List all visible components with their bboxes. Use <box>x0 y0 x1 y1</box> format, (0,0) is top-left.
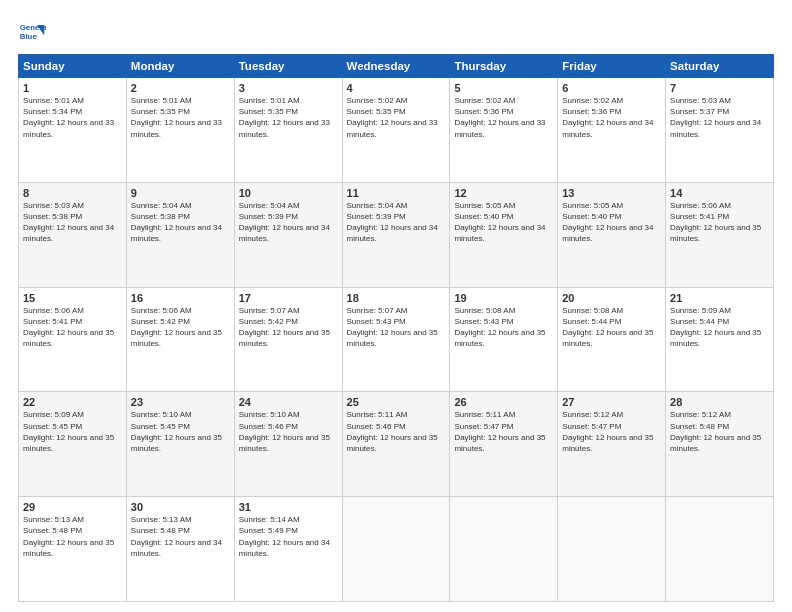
day-info: Sunrise: 5:01 AMSunset: 5:35 PMDaylight:… <box>239 95 338 140</box>
day-number: 17 <box>239 292 338 304</box>
day-info: Sunrise: 5:14 AMSunset: 5:49 PMDaylight:… <box>239 514 338 559</box>
calendar-cell: 30Sunrise: 5:13 AMSunset: 5:48 PMDayligh… <box>126 497 234 602</box>
calendar-cell: 16Sunrise: 5:06 AMSunset: 5:42 PMDayligh… <box>126 287 234 392</box>
day-info: Sunrise: 5:06 AMSunset: 5:41 PMDaylight:… <box>670 200 769 245</box>
calendar-cell: 15Sunrise: 5:06 AMSunset: 5:41 PMDayligh… <box>19 287 127 392</box>
calendar-cell: 14Sunrise: 5:06 AMSunset: 5:41 PMDayligh… <box>666 182 774 287</box>
calendar-week-row: 15Sunrise: 5:06 AMSunset: 5:41 PMDayligh… <box>19 287 774 392</box>
calendar-cell <box>450 497 558 602</box>
day-number: 23 <box>131 396 230 408</box>
calendar-header-saturday: Saturday <box>666 55 774 78</box>
calendar-header-row: SundayMondayTuesdayWednesdayThursdayFrid… <box>19 55 774 78</box>
day-number: 19 <box>454 292 553 304</box>
day-number: 7 <box>670 82 769 94</box>
calendar-cell: 8Sunrise: 5:03 AMSunset: 5:38 PMDaylight… <box>19 182 127 287</box>
day-info: Sunrise: 5:01 AMSunset: 5:35 PMDaylight:… <box>131 95 230 140</box>
calendar-header-friday: Friday <box>558 55 666 78</box>
calendar-week-row: 8Sunrise: 5:03 AMSunset: 5:38 PMDaylight… <box>19 182 774 287</box>
calendar-week-row: 1Sunrise: 5:01 AMSunset: 5:34 PMDaylight… <box>19 78 774 183</box>
calendar-cell: 3Sunrise: 5:01 AMSunset: 5:35 PMDaylight… <box>234 78 342 183</box>
day-number: 1 <box>23 82 122 94</box>
day-info: Sunrise: 5:06 AMSunset: 5:41 PMDaylight:… <box>23 305 122 350</box>
svg-text:Blue: Blue <box>20 32 38 41</box>
calendar-cell: 12Sunrise: 5:05 AMSunset: 5:40 PMDayligh… <box>450 182 558 287</box>
calendar-cell: 2Sunrise: 5:01 AMSunset: 5:35 PMDaylight… <box>126 78 234 183</box>
calendar-cell: 31Sunrise: 5:14 AMSunset: 5:49 PMDayligh… <box>234 497 342 602</box>
calendar-cell: 11Sunrise: 5:04 AMSunset: 5:39 PMDayligh… <box>342 182 450 287</box>
day-number: 27 <box>562 396 661 408</box>
calendar-cell: 17Sunrise: 5:07 AMSunset: 5:42 PMDayligh… <box>234 287 342 392</box>
calendar-header-thursday: Thursday <box>450 55 558 78</box>
calendar-cell: 26Sunrise: 5:11 AMSunset: 5:47 PMDayligh… <box>450 392 558 497</box>
calendar-header-sunday: Sunday <box>19 55 127 78</box>
calendar-cell: 6Sunrise: 5:02 AMSunset: 5:36 PMDaylight… <box>558 78 666 183</box>
day-number: 31 <box>239 501 338 513</box>
calendar-week-row: 29Sunrise: 5:13 AMSunset: 5:48 PMDayligh… <box>19 497 774 602</box>
calendar-cell: 21Sunrise: 5:09 AMSunset: 5:44 PMDayligh… <box>666 287 774 392</box>
day-number: 13 <box>562 187 661 199</box>
day-number: 22 <box>23 396 122 408</box>
day-number: 12 <box>454 187 553 199</box>
day-info: Sunrise: 5:04 AMSunset: 5:38 PMDaylight:… <box>131 200 230 245</box>
calendar-cell: 9Sunrise: 5:04 AMSunset: 5:38 PMDaylight… <box>126 182 234 287</box>
day-number: 11 <box>347 187 446 199</box>
day-info: Sunrise: 5:05 AMSunset: 5:40 PMDaylight:… <box>562 200 661 245</box>
calendar-cell: 19Sunrise: 5:08 AMSunset: 5:43 PMDayligh… <box>450 287 558 392</box>
logo-icon: General Blue <box>18 18 46 46</box>
day-info: Sunrise: 5:03 AMSunset: 5:38 PMDaylight:… <box>23 200 122 245</box>
day-info: Sunrise: 5:01 AMSunset: 5:34 PMDaylight:… <box>23 95 122 140</box>
calendar-header-tuesday: Tuesday <box>234 55 342 78</box>
calendar-cell: 29Sunrise: 5:13 AMSunset: 5:48 PMDayligh… <box>19 497 127 602</box>
calendar-week-row: 22Sunrise: 5:09 AMSunset: 5:45 PMDayligh… <box>19 392 774 497</box>
calendar-cell: 13Sunrise: 5:05 AMSunset: 5:40 PMDayligh… <box>558 182 666 287</box>
day-number: 8 <box>23 187 122 199</box>
day-info: Sunrise: 5:10 AMSunset: 5:45 PMDaylight:… <box>131 409 230 454</box>
day-number: 3 <box>239 82 338 94</box>
day-number: 16 <box>131 292 230 304</box>
header: General Blue <box>18 18 774 46</box>
day-info: Sunrise: 5:03 AMSunset: 5:37 PMDaylight:… <box>670 95 769 140</box>
calendar-table: SundayMondayTuesdayWednesdayThursdayFrid… <box>18 54 774 602</box>
day-number: 6 <box>562 82 661 94</box>
calendar-cell: 4Sunrise: 5:02 AMSunset: 5:35 PMDaylight… <box>342 78 450 183</box>
day-info: Sunrise: 5:02 AMSunset: 5:36 PMDaylight:… <box>562 95 661 140</box>
day-info: Sunrise: 5:02 AMSunset: 5:36 PMDaylight:… <box>454 95 553 140</box>
calendar-cell <box>558 497 666 602</box>
calendar-cell: 1Sunrise: 5:01 AMSunset: 5:34 PMDaylight… <box>19 78 127 183</box>
day-info: Sunrise: 5:11 AMSunset: 5:46 PMDaylight:… <box>347 409 446 454</box>
day-number: 26 <box>454 396 553 408</box>
day-info: Sunrise: 5:10 AMSunset: 5:46 PMDaylight:… <box>239 409 338 454</box>
day-info: Sunrise: 5:07 AMSunset: 5:42 PMDaylight:… <box>239 305 338 350</box>
calendar-cell: 5Sunrise: 5:02 AMSunset: 5:36 PMDaylight… <box>450 78 558 183</box>
day-info: Sunrise: 5:13 AMSunset: 5:48 PMDaylight:… <box>23 514 122 559</box>
day-info: Sunrise: 5:09 AMSunset: 5:45 PMDaylight:… <box>23 409 122 454</box>
day-number: 25 <box>347 396 446 408</box>
calendar-cell <box>666 497 774 602</box>
day-info: Sunrise: 5:09 AMSunset: 5:44 PMDaylight:… <box>670 305 769 350</box>
day-number: 14 <box>670 187 769 199</box>
page: General Blue SundayMondayTuesdayWednesda… <box>0 0 792 612</box>
day-info: Sunrise: 5:02 AMSunset: 5:35 PMDaylight:… <box>347 95 446 140</box>
day-info: Sunrise: 5:04 AMSunset: 5:39 PMDaylight:… <box>239 200 338 245</box>
calendar-cell: 23Sunrise: 5:10 AMSunset: 5:45 PMDayligh… <box>126 392 234 497</box>
calendar-cell: 28Sunrise: 5:12 AMSunset: 5:48 PMDayligh… <box>666 392 774 497</box>
calendar-cell: 24Sunrise: 5:10 AMSunset: 5:46 PMDayligh… <box>234 392 342 497</box>
day-number: 9 <box>131 187 230 199</box>
day-number: 15 <box>23 292 122 304</box>
day-number: 20 <box>562 292 661 304</box>
calendar-cell: 22Sunrise: 5:09 AMSunset: 5:45 PMDayligh… <box>19 392 127 497</box>
day-number: 18 <box>347 292 446 304</box>
day-number: 2 <box>131 82 230 94</box>
day-info: Sunrise: 5:12 AMSunset: 5:47 PMDaylight:… <box>562 409 661 454</box>
day-info: Sunrise: 5:08 AMSunset: 5:44 PMDaylight:… <box>562 305 661 350</box>
calendar-cell: 27Sunrise: 5:12 AMSunset: 5:47 PMDayligh… <box>558 392 666 497</box>
calendar-cell <box>342 497 450 602</box>
day-number: 24 <box>239 396 338 408</box>
day-number: 28 <box>670 396 769 408</box>
calendar-cell: 25Sunrise: 5:11 AMSunset: 5:46 PMDayligh… <box>342 392 450 497</box>
day-info: Sunrise: 5:08 AMSunset: 5:43 PMDaylight:… <box>454 305 553 350</box>
calendar-cell: 20Sunrise: 5:08 AMSunset: 5:44 PMDayligh… <box>558 287 666 392</box>
calendar-cell: 7Sunrise: 5:03 AMSunset: 5:37 PMDaylight… <box>666 78 774 183</box>
day-info: Sunrise: 5:13 AMSunset: 5:48 PMDaylight:… <box>131 514 230 559</box>
calendar-header-wednesday: Wednesday <box>342 55 450 78</box>
